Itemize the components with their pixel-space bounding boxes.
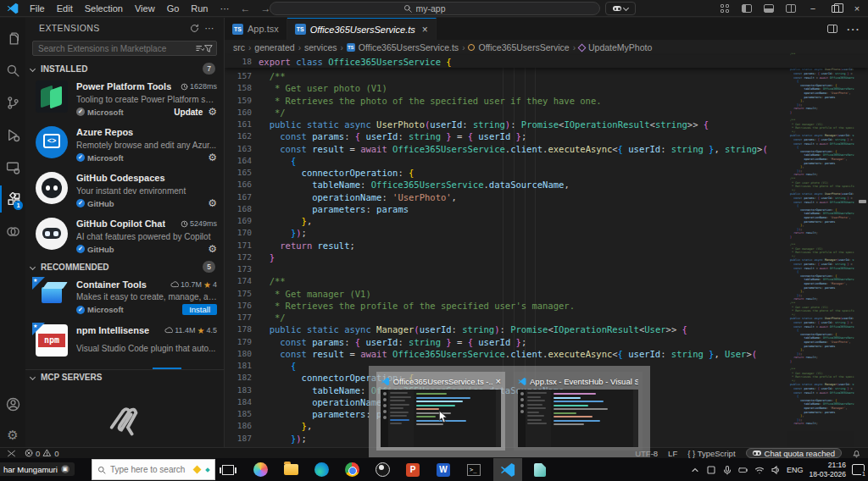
taskbar-obs[interactable]	[368, 458, 397, 481]
minimap[interactable]: /** * Get user photo (V1) * Retrieves th…	[787, 53, 854, 447]
code-line[interactable]: 177 */	[225, 312, 868, 323]
code-line[interactable]: 163 const result = await Office365UsersS…	[225, 143, 868, 155]
line-number[interactable]: 175	[225, 288, 259, 300]
code-line[interactable]: 176 * Retrieves the profile of the speci…	[225, 300, 868, 312]
windows-search-box[interactable]	[92, 459, 215, 480]
line-number[interactable]: 166	[225, 179, 259, 191]
toggle-panel-button[interactable]	[758, 0, 780, 17]
command-search-box[interactable]	[270, 2, 600, 15]
code-line[interactable]: 161 public static async UserPhoto(userId…	[225, 119, 868, 130]
extensions-search-box[interactable]	[32, 41, 217, 56]
breadcrumb-src[interactable]: src	[233, 42, 245, 53]
menu-selection[interactable]: Selection	[79, 0, 129, 17]
code-line[interactable]: 178 public static async Manager(userId: …	[225, 323, 868, 335]
code-line[interactable]: 159 * Retrieves the photo of the specifi…	[225, 95, 868, 107]
breadcrumb-services[interactable]: services	[304, 42, 337, 53]
problems-status[interactable]: 0 0	[25, 449, 59, 458]
gear-icon[interactable]: ⚙	[208, 152, 217, 163]
tab-office365usersservice-ts[interactable]: TS Office365UsersService.ts ×	[287, 18, 437, 40]
filter-list-icon[interactable]	[196, 44, 204, 53]
breadcrumb-file[interactable]: Office365UsersService.ts	[359, 42, 459, 53]
breadcrumb-generated[interactable]: generated	[254, 42, 294, 53]
activitybar-search[interactable]	[0, 57, 25, 84]
code-line[interactable]: 179 const params: { userId: string } = {…	[225, 336, 868, 348]
activitybar-source-control[interactable]	[0, 89, 25, 116]
menu-edit[interactable]: Edit	[51, 0, 79, 17]
activitybar-account[interactable]	[0, 390, 25, 417]
line-number[interactable]: 172	[225, 252, 259, 263]
taskbar-vscode[interactable]	[493, 458, 522, 481]
code-line[interactable]: 175 * Get manager (V1)	[225, 288, 868, 300]
line-number[interactable]: 163	[225, 143, 259, 155]
window-thumbnail[interactable]	[518, 390, 638, 447]
code-line[interactable]: 167 operationName: 'UserPhoto',	[225, 191, 868, 203]
line-number[interactable]: 181	[225, 360, 259, 372]
toggle-secondary-sidebar-button[interactable]	[780, 0, 802, 17]
line-number[interactable]: 157	[225, 70, 259, 82]
extension-item[interactable]: ★ npm npm Intellisense 11.4M★4.5 Visual …	[25, 320, 224, 366]
close-preview-icon[interactable]: ×	[496, 376, 501, 386]
code-line[interactable]: 180 const result = await Office365UsersS…	[225, 348, 868, 360]
line-number[interactable]: 162	[225, 130, 259, 142]
activitybar-settings[interactable]: ⚙	[0, 422, 25, 449]
line-number[interactable]: 165	[225, 167, 259, 179]
volume-icon[interactable]	[771, 465, 781, 475]
code-line[interactable]: 166 tableName: Office365UsersService.dat…	[225, 179, 868, 191]
scrollbar-handle[interactable]	[859, 200, 866, 203]
taskbar-edge[interactable]	[307, 458, 336, 481]
window-close-button[interactable]: ×	[846, 0, 868, 17]
taskbar-word[interactable]: W	[429, 458, 458, 481]
menu-go[interactable]: Go	[161, 0, 186, 17]
line-number[interactable]: 170	[225, 227, 259, 239]
code-line[interactable]: 173	[225, 263, 868, 275]
copilot-quota-status[interactable]: Chat quota reached	[746, 448, 842, 458]
menu-view[interactable]: View	[129, 0, 161, 17]
section-installed[interactable]: INSTALLED 7	[25, 61, 224, 76]
tray-expand-icon[interactable]	[690, 465, 700, 475]
line-number[interactable]: 174	[225, 275, 259, 287]
gear-icon[interactable]: ⚙	[208, 244, 217, 254]
line-number[interactable]: 184	[225, 396, 259, 408]
line-number[interactable]: 178	[225, 323, 259, 335]
notification-center-icon[interactable]: 1	[852, 464, 865, 475]
menu-file[interactable]: File	[24, 0, 51, 17]
bell-icon[interactable]	[852, 449, 861, 458]
language-indicator[interactable]: ENG	[787, 466, 804, 474]
code-line[interactable]: 157 /**	[225, 70, 868, 82]
line-number[interactable]: 177	[225, 312, 259, 323]
line-number[interactable]: 173	[225, 263, 259, 275]
extensions-more-actions-button[interactable]: ⋯	[202, 20, 217, 36]
copilot-menu-button[interactable]	[605, 2, 636, 15]
status-language[interactable]: { } TypeScript	[687, 449, 735, 458]
code-line[interactable]: 165 connectorOperation: {	[225, 167, 868, 179]
section-recommended[interactable]: RECOMMENDED 5	[25, 259, 224, 274]
battery-icon[interactable]	[738, 465, 748, 475]
taskbar-terminal[interactable]: >_	[459, 458, 488, 481]
activitybar-extensions[interactable]: 1	[0, 185, 25, 213]
line-number[interactable]: 187	[225, 433, 259, 445]
code-line[interactable]: 172 }	[225, 252, 868, 263]
breadcrumb-class[interactable]: Office365UsersService	[478, 42, 569, 53]
window-thumbnail[interactable]	[381, 390, 501, 447]
code-line[interactable]: 169 },	[225, 215, 868, 227]
extension-item[interactable]: Power Platform Tools 1628ms Tooling to c…	[25, 76, 224, 122]
remote-indicator-icon[interactable]	[7, 449, 16, 458]
taskbar-copilot[interactable]	[246, 458, 275, 481]
toggle-sidebar-button[interactable]	[736, 0, 758, 17]
taskbar-powerpoint[interactable]: P	[398, 458, 427, 481]
extensions-search-input[interactable]	[38, 44, 196, 53]
window-preview-card[interactable]: App.tsx - EventsHub - Visual St...	[514, 372, 643, 451]
window-restore-button[interactable]	[824, 0, 846, 17]
nav-back-icon[interactable]: ←	[236, 3, 256, 14]
line-number[interactable]: 179	[225, 336, 259, 348]
gear-icon[interactable]: ⚙	[208, 107, 217, 117]
window-preview-card[interactable]: Office365UsersService.ts -... ×	[376, 372, 505, 451]
line-number[interactable]: 161	[225, 119, 259, 130]
line-number[interactable]: 186	[225, 420, 259, 432]
tab-app-tsx[interactable]: TS App.tsx	[225, 18, 287, 40]
line-number[interactable]: 180	[225, 348, 259, 360]
window-minimize-button[interactable]: −	[802, 0, 824, 17]
editor-more-actions-icon[interactable]: ⋯	[846, 21, 860, 37]
line-number[interactable]: 167	[225, 191, 259, 203]
gear-icon[interactable]: ⚙	[208, 198, 217, 208]
